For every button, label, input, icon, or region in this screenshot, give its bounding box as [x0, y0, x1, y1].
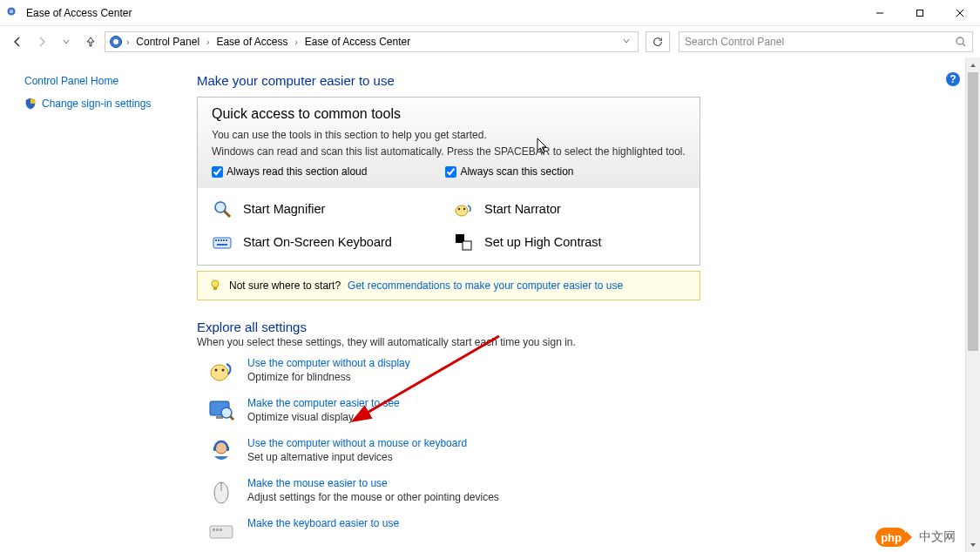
start-osk-link[interactable]: Start On-Screen Keyboard — [212, 232, 444, 252]
svg-point-17 — [463, 208, 465, 210]
address-dropdown[interactable] — [622, 36, 631, 48]
setting-without-display-link[interactable]: Use the computer without a display — [247, 357, 410, 369]
svg-text:?: ? — [950, 73, 956, 85]
setting-easier-to-see-desc: Optimize visual display — [247, 411, 400, 423]
back-button[interactable] — [7, 31, 28, 52]
svg-rect-33 — [216, 416, 223, 419]
breadcrumb-ease-of-access-center[interactable]: Ease of Access Center — [301, 36, 414, 48]
mouse-icon — [207, 477, 235, 505]
svg-point-27 — [212, 280, 219, 287]
explore-heading: Explore all settings — [197, 320, 980, 334]
search-box[interactable] — [679, 31, 973, 52]
high-contrast-icon — [453, 232, 474, 252]
recommendation-banner: Not sure where to start? Get recommendat… — [197, 271, 700, 300]
monitor-magnifier-icon — [207, 397, 235, 425]
control-panel-home-link[interactable]: Control Panel Home — [24, 75, 183, 87]
svg-line-35 — [230, 416, 233, 420]
hint-text: Not sure where to start? — [229, 279, 341, 292]
search-input[interactable] — [685, 36, 955, 48]
close-button[interactable] — [940, 0, 980, 26]
svg-point-31 — [222, 369, 225, 372]
svg-point-29 — [211, 365, 228, 380]
start-magnifier-link[interactable]: Start Magnifier — [212, 199, 444, 219]
setting-without-display-desc: Optimize for blindness — [247, 371, 410, 383]
start-narrator-link[interactable]: Start Narrator — [453, 199, 686, 219]
svg-rect-23 — [226, 239, 227, 241]
setting-without-display: Use the computer without a display Optim… — [197, 357, 980, 385]
chevron-right-icon[interactable]: › — [294, 37, 297, 47]
setting-without-mouse-keyboard-desc: Set up alternative input devices — [247, 451, 467, 463]
svg-point-15 — [456, 205, 468, 216]
refresh-button[interactable] — [645, 31, 670, 52]
setting-mouse-easier-link[interactable]: Make the mouse easier to use — [247, 477, 388, 489]
setting-without-mouse-keyboard: Use the computer without a mouse or keyb… — [197, 437, 980, 465]
svg-rect-28 — [213, 287, 217, 290]
setup-high-contrast-link[interactable]: Set up High Contrast — [453, 232, 686, 252]
setting-keyboard-easier: Make the keyboard easier to use — [197, 517, 980, 545]
svg-point-2 — [10, 10, 12, 12]
svg-rect-26 — [463, 241, 471, 250]
explore-subtext: When you select these settings, they wil… — [197, 336, 980, 348]
watermark: php 中文网 — [875, 528, 956, 547]
narrator-speaker-icon — [207, 357, 235, 385]
chevron-right-icon[interactable]: › — [126, 37, 129, 47]
svg-rect-18 — [213, 238, 231, 248]
headset-person-icon — [207, 437, 235, 465]
page-heading: Make your computer easier to use — [197, 73, 980, 88]
setting-easier-to-see: Make the computer easier to see Optimize… — [197, 397, 980, 425]
setting-mouse-easier-desc: Adjust settings for the mouse or other p… — [247, 491, 499, 503]
breadcrumb-control-panel[interactable]: Control Panel — [132, 36, 203, 48]
quick-access-box: Quick access to common tools You can use… — [197, 97, 700, 266]
setting-mouse-easier: Make the mouse easier to use Adjust sett… — [197, 477, 980, 505]
svg-point-9 — [956, 37, 963, 44]
breadcrumb-ease-of-access[interactable]: Ease of Access — [213, 36, 291, 48]
svg-point-8 — [113, 39, 118, 44]
svg-rect-20 — [218, 239, 220, 241]
address-bar[interactable]: › Control Panel › Ease of Access › Ease … — [105, 31, 639, 52]
svg-rect-24 — [217, 244, 227, 246]
always-scan-checkbox[interactable]: Always scan this section — [445, 165, 573, 178]
quick-access-desc: You can use the tools in this section to… — [212, 127, 686, 160]
svg-rect-41 — [210, 526, 233, 538]
scroll-up-button[interactable] — [966, 57, 980, 72]
svg-rect-19 — [215, 239, 217, 241]
get-recommendations-link[interactable]: Get recommendations to make your compute… — [348, 279, 623, 292]
watermark-pill: php — [875, 528, 907, 547]
recent-locations-dropdown[interactable] — [56, 31, 77, 52]
svg-rect-4 — [917, 10, 923, 16]
keyboard-icon — [212, 232, 233, 252]
svg-rect-44 — [220, 528, 222, 531]
maximize-button[interactable] — [900, 0, 940, 26]
lightbulb-icon — [208, 279, 222, 293]
vertical-scrollbar[interactable] — [965, 57, 980, 552]
forward-button[interactable] — [31, 31, 52, 52]
svg-rect-38 — [226, 447, 229, 451]
search-icon[interactable] — [955, 36, 967, 48]
svg-line-10 — [963, 44, 965, 46]
control-panel-icon — [7, 6, 21, 20]
window-title: Ease of Access Center — [26, 7, 132, 19]
setting-without-mouse-keyboard-link[interactable]: Use the computer without a mouse or keyb… — [247, 437, 467, 449]
svg-rect-22 — [223, 239, 225, 241]
help-icon[interactable]: ? — [945, 71, 961, 87]
setting-easier-to-see-link[interactable]: Make the computer easier to see — [247, 397, 400, 409]
svg-point-16 — [458, 208, 460, 210]
svg-rect-21 — [220, 239, 222, 241]
setting-keyboard-easier-link[interactable]: Make the keyboard easier to use — [247, 517, 399, 529]
svg-point-30 — [215, 369, 218, 372]
shield-icon — [24, 98, 37, 110]
change-signin-settings-link[interactable]: Change sign-in settings — [24, 98, 183, 110]
always-read-aloud-checkbox[interactable]: Always read this section aloud — [212, 165, 367, 178]
magnifier-icon — [212, 199, 233, 219]
quick-access-title: Quick access to common tools — [212, 106, 686, 122]
chevron-right-icon[interactable]: › — [206, 37, 209, 47]
narrator-icon — [453, 199, 474, 219]
svg-rect-43 — [216, 528, 219, 531]
svg-rect-37 — [213, 447, 216, 451]
svg-line-14 — [224, 211, 230, 217]
scroll-down-button[interactable] — [966, 537, 980, 552]
cursor-icon — [537, 138, 549, 155]
scrollbar-thumb[interactable] — [968, 72, 978, 351]
up-button[interactable] — [80, 31, 101, 52]
minimize-button[interactable] — [860, 0, 900, 26]
